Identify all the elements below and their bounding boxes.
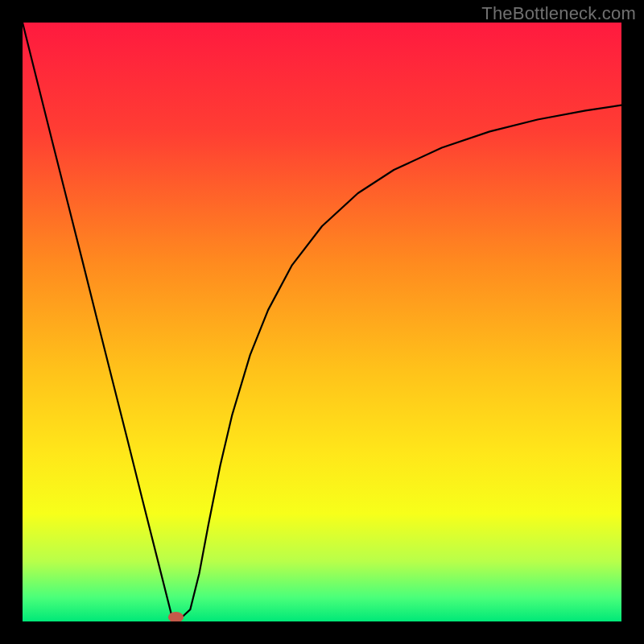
watermark-text: TheBottleneck.com	[481, 3, 636, 24]
plot-svg	[23, 23, 621, 621]
gradient-background	[23, 23, 621, 621]
plot-area	[23, 23, 621, 621]
chart-frame: TheBottleneck.com	[0, 0, 644, 644]
